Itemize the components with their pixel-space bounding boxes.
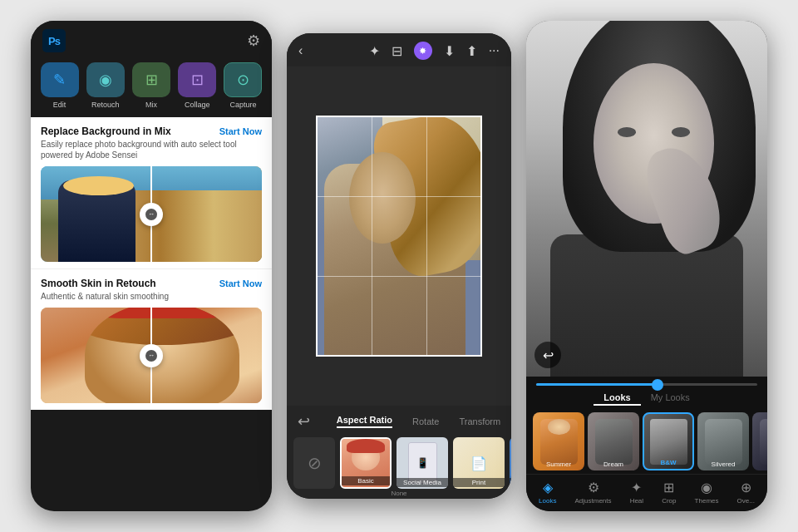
bw-label: B&W	[644, 459, 692, 466]
undo-icon[interactable]: ↩	[298, 412, 310, 431]
split-handle-inner-2: ↔	[145, 350, 157, 362]
nav-crop[interactable]: ⊞ Crop	[662, 480, 676, 505]
adjustments-nav-icon: ⚙	[588, 480, 599, 495]
ps-logo: Ps	[42, 29, 66, 52]
dream-thumb	[595, 419, 633, 465]
tool-capture[interactable]: ⊙ Capture	[223, 62, 264, 109]
basic-label: Basic	[342, 476, 390, 485]
nav-looks[interactable]: ◈ Looks	[539, 480, 556, 505]
split-handle-2[interactable]: ↔	[140, 344, 163, 367]
undo-button[interactable]: ↩	[534, 342, 561, 368]
promo1-image: ↔	[41, 166, 262, 262]
filter-bw[interactable]: B&W	[643, 412, 694, 470]
looks-nav-label: Looks	[539, 497, 556, 505]
retouch-icon: ◉	[99, 71, 112, 89]
hat	[63, 176, 134, 195]
promo-replace-bg: Replace Background in Mix Start Now Easi…	[31, 117, 272, 269]
tool-collage[interactable]: ⊡ Collage	[177, 62, 218, 109]
nav-themes[interactable]: ◉ Themes	[695, 480, 719, 505]
slider-thumb[interactable]	[652, 379, 663, 391]
promo2-image: ↔	[41, 308, 262, 403]
none-label: None	[287, 490, 511, 495]
selfie-hat	[92, 308, 232, 318]
s-face	[548, 419, 570, 435]
split-handle-inner-1: ↔	[145, 209, 157, 220]
gear-icon[interactable]: ⚙	[247, 32, 260, 50]
tab-aspect-ratio[interactable]: Aspect Ratio	[337, 415, 392, 428]
thumb-print[interactable]: 📄 Print	[453, 437, 505, 489]
capture-icon: ⊙	[237, 71, 249, 89]
collage-icon-box: ⊡	[178, 62, 216, 97]
filter-summer[interactable]: Summer	[533, 412, 584, 470]
car-interior	[316, 116, 482, 357]
retouch-label: Retouch	[91, 101, 120, 109]
nav-heal[interactable]: ✦ Heal	[630, 480, 643, 505]
tab-my-looks[interactable]: My Looks	[641, 391, 700, 406]
nav-overlay[interactable]: ⊕ Ove...	[737, 480, 755, 505]
corner-handle-bl[interactable]	[316, 349, 323, 357]
digital-label: Digital A...	[510, 478, 511, 487]
filter-silvered[interactable]: Silvered	[697, 412, 749, 470]
heal-nav-icon: ✦	[631, 480, 642, 495]
thumb-none[interactable]: ⊘ None	[293, 437, 335, 489]
mix-icon: ⊞	[145, 71, 158, 89]
phone2-top-icons: ✦ ⊟ ✸ ⬇ ⬆ ···	[369, 42, 500, 60]
crop-nav-icon: ⊞	[663, 480, 674, 495]
thumb-digital[interactable]: 💻 Digital A...	[510, 437, 511, 489]
tab-transform[interactable]: Transform	[459, 416, 500, 426]
hat-preview	[347, 439, 385, 453]
download-icon[interactable]: ⬇	[444, 43, 455, 59]
undo-icon: ↩	[543, 347, 554, 363]
extra-label: I...	[752, 461, 767, 468]
corner-handle-br[interactable]	[475, 349, 482, 357]
promo2-start-btn[interactable]: Start Now	[219, 278, 262, 288]
back-chevron-icon[interactable]: ‹	[298, 43, 303, 58]
corner-handle-tr[interactable]	[475, 116, 482, 123]
woman-body	[550, 234, 743, 377]
phone3-portrait: ↩	[526, 21, 767, 377]
overlay-nav-icon: ⊕	[741, 480, 751, 495]
intensity-slider[interactable]	[536, 383, 757, 386]
share-icon[interactable]: ⬆	[466, 43, 477, 59]
filter-dream[interactable]: Dream	[588, 412, 639, 470]
silvered-thumb	[705, 419, 742, 465]
capture-label: Capture	[229, 101, 256, 109]
more-icon[interactable]: ···	[489, 43, 500, 58]
themes-nav-label: Themes	[695, 497, 719, 505]
thumb-social[interactable]: 📱 Social Media	[397, 437, 448, 489]
phone2-tabs: ↩ Aspect Ratio Rotate Transform	[287, 412, 511, 437]
magic-wand-icon[interactable]: ✦	[369, 43, 380, 59]
dream-label: Dream	[588, 461, 639, 468]
nav-adjustments[interactable]: ⚙ Adjustments	[575, 480, 612, 505]
thumb-basic[interactable]: Basic	[340, 437, 392, 489]
compare-icon[interactable]: ⊟	[392, 43, 402, 59]
promo1-desc: Easily replace photo background with aut…	[41, 139, 262, 160]
left-eye	[618, 127, 636, 137]
phone-2: ‹ ✦ ⊟ ✸ ⬇ ⬆ ···	[287, 33, 511, 499]
tab-looks[interactable]: Looks	[594, 391, 640, 406]
tool-edit[interactable]: ✎ Edit	[39, 62, 80, 109]
retouch-icon-box: ◉	[86, 62, 125, 97]
tab-rotate[interactable]: Rotate	[412, 416, 439, 426]
collage-label: Collage	[185, 101, 210, 109]
promo1-start-btn[interactable]: Start Now	[219, 126, 262, 136]
themes-nav-icon: ◉	[701, 480, 712, 495]
bw-thumb	[650, 419, 687, 465]
arrow-icon-2: ↔	[148, 352, 155, 359]
crop-nav-label: Crop	[662, 497, 676, 505]
extra-thumb	[760, 419, 768, 465]
intensity-slider-area	[526, 377, 767, 389]
promo1-title: Replace Background in Mix	[41, 126, 171, 137]
effects-icon[interactable]: ✸	[414, 42, 432, 60]
tool-mix[interactable]: ⊞ Mix	[131, 62, 171, 109]
mix-label: Mix	[145, 101, 157, 109]
summer-thumb	[540, 419, 578, 465]
filter-extra[interactable]: I...	[752, 412, 767, 470]
looks-nav-icon: ◈	[543, 480, 553, 495]
phone1-header: Ps ⚙	[31, 21, 272, 57]
adjustments-nav-label: Adjustments	[575, 497, 612, 505]
split-handle-1[interactable]: ↔	[140, 203, 163, 226]
tool-retouch[interactable]: ◉ Retouch	[85, 62, 126, 109]
corner-handle-tl[interactable]	[316, 116, 323, 123]
edit-icon: ✎	[53, 71, 66, 89]
